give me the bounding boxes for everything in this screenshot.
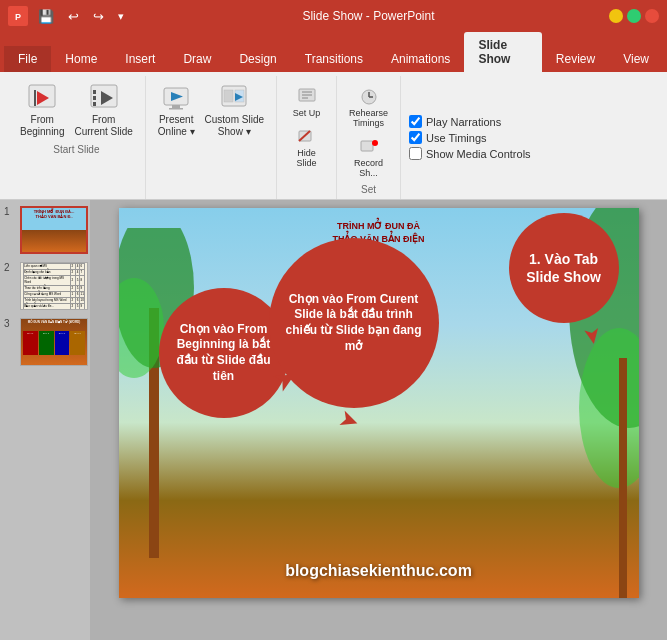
main-slide-view: TRÌNH MỞ ĐUN ĐÀTHẢO VĂN BẢN ĐIỆN Chọn và… [90,200,667,640]
record-icon [358,136,380,158]
tab-home[interactable]: Home [51,46,111,72]
custom-slide-label: Custom SlideShow ▾ [205,114,264,138]
ribbon-extra-controls: Play Narrations Use Timings Show Media C… [401,76,539,199]
show-media-controls-checkbox[interactable] [409,147,422,160]
tab-slideshow[interactable]: Slide Show [464,32,541,72]
from-beginning-icon [26,82,58,114]
present-online-icon [160,82,192,114]
svg-rect-8 [93,96,96,100]
blog-url-area: blogchiasekienthuc.com [285,562,472,580]
undo-qat-icon[interactable]: ↩ [64,7,83,26]
play-narrations-label: Play Narrations [426,116,501,128]
rehearse-timings-button[interactable]: RehearseTimings [345,84,392,130]
set-label: Set [361,184,376,195]
ribbon-group-present: PresentOnline ▾ Custom SlideShow ▾ [146,76,277,199]
svg-text:P: P [15,12,21,22]
tab-animations[interactable]: Animations [377,46,464,72]
slide-thumb-3[interactable]: MÔ ĐUN VĂN BẢN ĐIỆN TỬ (WORD) BÀI 1 BÀI … [20,318,88,366]
tab-design[interactable]: Design [225,46,290,72]
set-up-label: Set Up [293,108,321,118]
tab-view[interactable]: View [609,46,663,72]
present-online-button[interactable]: PresentOnline ▾ [154,80,199,140]
rehearse-icon [358,86,380,108]
slide-thumb-2[interactable]: VĂN BẢN Liên quan về MS246 Định dạng văn… [20,262,88,310]
custom-slide-icon [218,82,250,114]
tab-transitions[interactable]: Transitions [291,46,377,72]
from-current-label: FromCurrent Slide [74,114,132,138]
ribbon-body: FromBeginning FromCurrent Slide Start Sl… [0,72,667,200]
present-online-label: PresentOnline ▾ [158,114,195,138]
tab-review[interactable]: Review [542,46,609,72]
blog-url-text: blogchiasekienthuc.com [285,562,472,579]
tab-draw[interactable]: Draw [169,46,225,72]
record-label: RecordSh... [354,158,383,178]
show-media-label: Show Media Controls [426,148,531,160]
minimize-button[interactable] [609,9,623,23]
from-beginning-label: FromBeginning [20,114,64,138]
redo-qat-icon[interactable]: ↪ [89,7,108,26]
active-slide: TRÌNH MỞ ĐUN ĐÀTHẢO VĂN BẢN ĐIỆN Chọn và… [119,208,639,598]
set-up-icon [296,86,318,108]
slide-thumbnail-3[interactable]: 3 MÔ ĐUN VĂN BẢN ĐIỆN TỬ (WORD) BÀI 1 BÀ… [4,318,86,366]
slide-number-2: 2 [4,262,16,273]
qat-more[interactable]: ▾ [114,8,128,25]
svg-rect-34 [619,358,627,598]
use-timings-label: Use Timings [426,132,487,144]
close-button[interactable] [645,9,659,23]
svg-rect-7 [93,90,96,94]
bubble-left-text: Chọn vào From Beginning là bắt đầu từ Sl… [171,322,277,384]
bubble-right-text: 1. Vào Tab Slide Show [521,250,607,286]
slide-thumbnail-1[interactable]: 1 TRÌNH MỞ ĐUN ĐÀ...THẢO VĂN BẢN Đ.. [4,206,86,254]
custom-slide-button[interactable]: Custom SlideShow ▾ [201,80,268,140]
save-qat-icon[interactable]: 💾 [34,7,58,26]
rehearse-label: RehearseTimings [349,108,388,128]
thumb3-text: MÔ ĐUN VĂN BẢN ĐIỆN TỬ (WORD) [23,321,85,325]
slide-number-3: 3 [4,318,16,329]
from-beginning-button[interactable]: FromBeginning [16,80,68,140]
thumb2-table: VĂN BẢN Liên quan về MS246 Định dạng văn… [23,262,86,310]
tab-file[interactable]: File [4,46,51,72]
ribbon-group-start-slide: FromBeginning FromCurrent Slide Start Sl… [8,76,146,199]
start-slide-label: Start Slide [53,144,99,155]
ribbon-tabs: File Home Insert Draw Design Transitions… [0,32,667,72]
bubble-from-beginning: Chọn vào From Beginning là bắt đầu từ Sl… [159,288,289,418]
hide-slide-icon [296,126,318,148]
from-current-button[interactable]: FromCurrent Slide [70,80,136,140]
thumb3-grid: BÀI 1 BÀI 2 BÀI 3 BÀI 4 [23,331,85,355]
slide-thumbnail-2[interactable]: 2 VĂN BẢN Liên quan về MS246 Định dạng v… [4,262,86,310]
bubble-center-text: Chọn vào From Curent Slide là bắt đầu tr… [281,292,427,354]
svg-rect-27 [361,141,373,151]
thumbnails-panel: 1 TRÌNH MỞ ĐUN ĐÀ...THẢO VĂN BẢN Đ.. 2 V… [0,200,90,640]
maximize-button[interactable] [627,9,641,23]
window-controls [609,9,659,23]
ribbon-group-timings: RehearseTimings RecordSh... Set [337,76,401,199]
slide-number-1: 1 [4,206,16,217]
hide-slide-button[interactable]: HideSlide [289,124,325,170]
tab-insert[interactable]: Insert [111,46,169,72]
svg-rect-4 [34,90,36,106]
from-current-icon [88,82,120,114]
svg-rect-12 [169,108,183,110]
thumb1-title-text: TRÌNH MỞ ĐUN ĐÀ...THẢO VĂN BẢN Đ.. [24,210,84,220]
svg-point-28 [372,140,378,146]
set-up-button[interactable]: Set Up [289,84,325,120]
svg-rect-15 [224,90,233,102]
main-area: 1 TRÌNH MỞ ĐUN ĐÀ...THẢO VĂN BẢN Đ.. 2 V… [0,200,667,640]
record-button[interactable]: RecordSh... [345,134,392,180]
play-narrations-checkbox[interactable] [409,115,422,128]
bubble-tab-slideshow: 1. Vào Tab Slide Show [509,213,619,323]
use-timings-checkbox[interactable] [409,131,422,144]
title-bar: P 💾 ↩ ↪ ▾ Slide Show - PowerPoint [0,0,667,32]
svg-rect-9 [93,102,96,106]
window-title: Slide Show - PowerPoint [134,9,603,23]
bubble-from-current: Chọn vào From Curent Slide là bắt đầu tr… [269,238,439,408]
left-decor [119,228,194,598]
ribbon-group-setup: Set Up HideSlide [277,76,337,199]
app-icon: P [8,6,28,26]
hide-slide-label: HideSlide [296,148,316,168]
svg-rect-11 [172,105,180,108]
slide-thumb-1[interactable]: TRÌNH MỞ ĐUN ĐÀ...THẢO VĂN BẢN Đ.. [20,206,88,254]
